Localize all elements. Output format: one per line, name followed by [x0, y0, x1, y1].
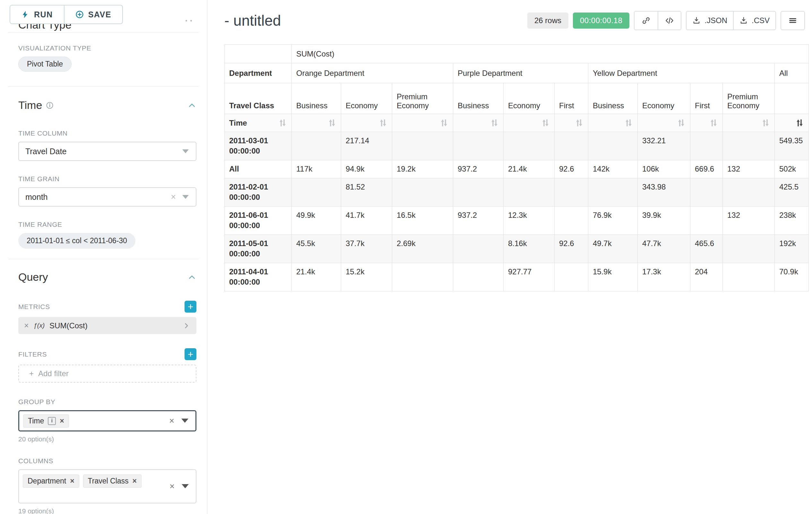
tag-label: Travel Class	[88, 477, 129, 485]
tag-label: Time	[28, 417, 44, 425]
remove-tag-icon[interactable]: ×	[70, 477, 74, 485]
group-by-select[interactable]: Time i × ×	[18, 410, 196, 431]
sort-icon[interactable]	[709, 118, 718, 127]
remove-metric-icon[interactable]: ×	[24, 322, 29, 330]
cell	[690, 132, 723, 160]
pivot-col-header: Premium Economy	[723, 83, 775, 114]
cell: 8.16k	[503, 235, 555, 263]
clear-icon[interactable]: ×	[170, 482, 175, 491]
sort-icon[interactable]	[624, 118, 633, 127]
cell: 21.4k	[503, 160, 555, 178]
cell	[723, 132, 775, 160]
chart-title[interactable]: - untitled	[224, 12, 281, 29]
time-range-pill[interactable]: 2011-01-01 ≤ col < 2011-06-30	[18, 233, 136, 249]
pivot-group-header: Purple Department	[453, 63, 588, 83]
cell	[503, 132, 555, 160]
cell: 937.2	[453, 207, 503, 235]
time-section-header[interactable]: Time	[18, 99, 196, 111]
export-csv-button[interactable]: .CSV	[733, 11, 775, 30]
pivot-time-sort-cell: Time	[225, 114, 292, 132]
sort-icon[interactable]	[379, 118, 387, 127]
hamburger-menu-icon	[788, 16, 797, 25]
pivot-row: 2011-02-01 00:00:00 81.52 343.98 425.5	[225, 178, 809, 207]
clear-icon[interactable]: ×	[171, 193, 176, 201]
columns-options-hint: 19 option(s)	[18, 507, 196, 514]
columns-tag[interactable]: Travel Class ×	[83, 475, 142, 488]
plus-icon: +	[188, 302, 194, 312]
time-column-select[interactable]: Travel Date	[18, 142, 196, 161]
columns-select[interactable]: Department × Travel Class × ×	[18, 469, 196, 504]
sort-icon[interactable]	[761, 118, 770, 127]
remove-tag-icon[interactable]: ×	[133, 477, 137, 485]
total-cell: 502k	[775, 160, 809, 178]
cell: 669.6	[690, 160, 723, 178]
sort-icon[interactable]	[677, 118, 686, 127]
cell	[453, 235, 503, 263]
function-icon: ƒ(x)	[34, 322, 45, 329]
sort-icon[interactable]	[490, 118, 499, 127]
run-button[interactable]: RUN	[10, 5, 64, 23]
add-filter-plus-button[interactable]: +	[184, 348, 196, 360]
cell: 15.9k	[588, 263, 638, 291]
pivot-sort-cell	[775, 114, 809, 132]
chevron-up-icon[interactable]	[187, 273, 196, 282]
group-by-tag[interactable]: Time i ×	[23, 414, 69, 428]
info-icon	[46, 102, 54, 109]
export-button-group: .JSON .CSV	[686, 11, 776, 30]
cell	[453, 263, 503, 291]
metric-pill[interactable]: × ƒ(x) SUM(Cost)	[18, 317, 196, 334]
cell	[723, 178, 775, 207]
visualization-type-pill[interactable]: Pivot Table	[18, 57, 71, 72]
run-button-label: RUN	[34, 10, 53, 19]
pivot-col-header: First	[555, 83, 588, 114]
time-grain-select[interactable]: month ×	[18, 187, 196, 207]
sort-active-icon[interactable]	[795, 118, 804, 127]
metrics-label: METRICS	[18, 303, 50, 310]
pivot-col-header: Business	[292, 83, 341, 114]
remove-tag-icon[interactable]: ×	[60, 417, 64, 425]
plus-icon: +	[29, 369, 34, 378]
columns-label: COLUMNS	[18, 457, 196, 465]
pivot-sort-cell	[341, 114, 392, 132]
cell: 94.9k	[341, 160, 392, 178]
pivot-row: All 117k 94.9k 19.2k 937.2 21.4k 92.6 14…	[225, 160, 809, 178]
sort-icon[interactable]	[278, 118, 287, 127]
export-json-button[interactable]: .JSON	[687, 11, 733, 30]
copy-link-button[interactable]	[635, 11, 658, 30]
sort-icon[interactable]	[328, 118, 336, 127]
cell: 132	[723, 160, 775, 178]
chevron-up-icon[interactable]	[187, 101, 196, 110]
group-by-options-hint: 20 option(s)	[18, 435, 196, 443]
add-metric-button[interactable]: +	[184, 301, 196, 313]
cell: 17.3k	[638, 263, 690, 291]
sort-icon[interactable]	[575, 118, 583, 127]
chevron-down-icon	[182, 150, 189, 153]
cell: 45.5k	[292, 235, 341, 263]
clear-icon[interactable]: ×	[169, 417, 174, 425]
query-section-header[interactable]: Query	[18, 271, 196, 283]
pivot-col-header: Premium Economy	[392, 83, 453, 114]
divider	[8, 86, 199, 87]
cell: 12.3k	[503, 207, 555, 235]
add-filter-button[interactable]: + Add filter	[18, 364, 196, 383]
chevron-down-icon	[182, 484, 189, 488]
embed-code-button[interactable]	[658, 11, 681, 30]
pivot-sort-cell	[392, 114, 453, 132]
pivot-group-header: Orange Department	[292, 63, 453, 83]
save-button[interactable]: SAVE	[64, 5, 122, 23]
export-csv-label: .CSV	[752, 16, 770, 25]
more-menu-button[interactable]	[781, 11, 804, 30]
columns-tag[interactable]: Department ×	[23, 475, 79, 488]
visualization-type-label: VISUALIZATION TYPE	[18, 44, 196, 52]
chevron-right-icon[interactable]	[182, 322, 191, 330]
cell: 39.9k	[638, 207, 690, 235]
download-icon	[740, 17, 748, 25]
time-grain-value: month	[25, 192, 48, 202]
sort-icon[interactable]	[541, 118, 550, 127]
sort-icon[interactable]	[440, 118, 448, 127]
cell: 49.7k	[588, 235, 638, 263]
total-cell: 238k	[775, 207, 809, 235]
time-column-value: Travel Date	[25, 147, 66, 156]
save-button-label: SAVE	[88, 10, 111, 19]
pivot-sort-cell	[588, 114, 638, 132]
